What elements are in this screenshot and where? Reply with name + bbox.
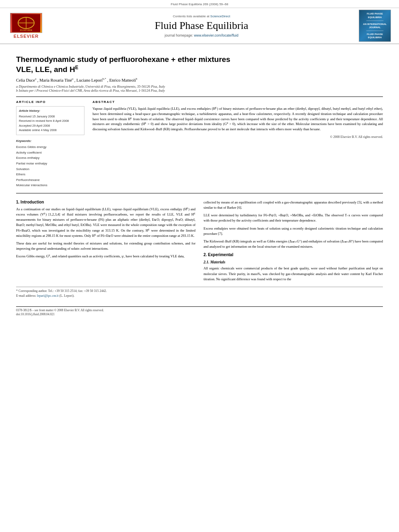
email-suffix: (L. Lepori). <box>60 294 75 298</box>
keywords-list: Excess Gibbs energy Activity coefficient… <box>16 144 84 188</box>
right-para4: The Kirkwood–Buff (KB) integrals as well… <box>204 239 383 249</box>
journal-cover-image: FLUID PHASEEQUILIBRIA──────────AN INTERN… <box>359 10 391 42</box>
article-info-abstract: ARTICLE INFO Article history: Received 1… <box>16 100 383 188</box>
right-para5-text: All organic chemicals were commercial pr… <box>204 266 383 281</box>
abstract-body: Vapour–liquid equilibria (VLE), liquid–l… <box>93 107 383 131</box>
author1: Celia Duce <box>16 78 35 82</box>
author4: , Enrico Matteoli <box>107 78 136 82</box>
corresponding-author-note: * Corresponding author. Tel.: +39 50 315… <box>16 287 383 298</box>
journal-title-section: Contents lists available at ScienceDirec… <box>44 14 359 37</box>
received-date: Received 15 January 2008 <box>19 115 55 118</box>
experimental-heading: 2. Experimental <box>204 253 383 257</box>
kw2: Activity coefficient <box>16 151 41 154</box>
author3-sup: b,* <box>103 77 106 80</box>
right-para1-text: collected by means of an equilibration c… <box>204 200 383 210</box>
affil1: a Dipartimento di Chimica e Chimica Indu… <box>16 84 383 88</box>
elsevier-logo: ELSEVIER ELSEVIER <box>8 13 44 39</box>
intro-para2: These data are useful for testing model … <box>16 241 195 251</box>
history-entries: Received 15 January 2008 Received in rev… <box>19 114 82 132</box>
cover-text: FLUID PHASEEQUILIBRIA──────────AN INTERN… <box>363 12 387 39</box>
authors-list: Celia Ducea , Maria Rosaria Tinéa , Luci… <box>16 77 383 82</box>
footer-copyright: 0378-3812/$ – see front matter © 2008 El… <box>16 308 383 313</box>
intro-heading: 1. Introduction <box>16 200 195 204</box>
revised-date: Received in revised form 8 April 2008 <box>19 119 69 123</box>
right-para5: All organic chemicals were commercial pr… <box>204 266 383 282</box>
kw6: Ethers <box>16 173 25 176</box>
history-label: Article history: <box>19 109 82 113</box>
article-title: Thermodynamic study of perfluorohexane +… <box>16 55 383 75</box>
journal-homepage: journal homepage: www.elsevier.com/locat… <box>52 33 351 37</box>
intro-para1-text: As a continuation of our studies on liqu… <box>16 207 195 238</box>
journal-banner: ELSEVIER ELSEVIER Contents lists availab… <box>0 8 399 44</box>
affiliations: a Dipartimento di Chimica e Chimica Indu… <box>16 84 383 92</box>
intro-para2-text: These data are useful for testing model … <box>16 241 195 251</box>
article-info-panel: ARTICLE INFO Article history: Received 1… <box>16 100 84 188</box>
article-title-block: Thermodynamic study of perfluorohexane +… <box>16 55 383 75</box>
divider2 <box>16 193 383 193</box>
right-para2-text: LLE were determined by turbidimetry for … <box>204 213 383 222</box>
kw3: Excess enthalpy <box>16 156 39 160</box>
keywords-box: Keywords: Excess Gibbs energy Activity c… <box>16 139 84 188</box>
kw1: Excess Gibbs energy <box>16 145 47 149</box>
journal-citation-text: Fluid Phase Equilibria 269 (2008) 59–68 <box>171 2 228 6</box>
sciencedirect-link[interactable]: ScienceDirect <box>210 14 230 18</box>
intro-para3: Excess Gibbs energy, Gᴱ, and related qua… <box>16 254 195 259</box>
article-info-heading: ARTICLE INFO <box>16 100 84 104</box>
affil2: b Istituto per i Processi Chimico-Fisici… <box>16 88 383 92</box>
corresponding-text: * Corresponding author. Tel.: +39 50 315… <box>16 289 107 293</box>
right-para4-text: The Kirkwood–Buff (KB) integrals as well… <box>204 239 383 249</box>
journal-header: Fluid Phase Equilibria 269 (2008) 59–68 … <box>0 0 399 44</box>
divider <box>16 97 383 97</box>
abstract-text: Vapour–liquid equilibria (VLE), liquid–l… <box>93 106 383 132</box>
author2: , Maria Rosaria Tiné <box>37 78 72 82</box>
page-footer: 0378-3812/$ – see front matter © 2008 El… <box>16 306 383 316</box>
right-para3: Excess enthalpies were obtained from hea… <box>204 226 383 236</box>
intro-para1: As a continuation of our studies on liqu… <box>16 207 195 238</box>
footer-doi: doi:10.1016/j.fluid.2008.04.021 <box>16 312 383 316</box>
kw5: Solvation <box>16 167 29 171</box>
left-column: 1. Introduction As a continuation of our… <box>16 200 195 284</box>
keywords-label: Keywords: <box>16 139 84 143</box>
body-content: 1. Introduction As a continuation of our… <box>16 200 383 284</box>
title-line1: Thermodynamic study of perfluorohexane +… <box>16 55 230 64</box>
author1-sup: a <box>35 77 36 80</box>
email-link[interactable]: lepari@ipc.cnr.it <box>37 294 59 298</box>
homepage-url[interactable]: www.elsevier.com/locate/fluid <box>194 33 239 37</box>
accepted-date: Accepted 29 April 2008 <box>19 124 50 127</box>
abstract-copyright: © 2008 Elsevier B.V. All rights reserved… <box>93 135 383 139</box>
sciencedirect-prefix: Contents lists available at <box>173 14 210 18</box>
author4-sup: b <box>136 77 138 80</box>
kw7: Perfluorohexane <box>16 178 40 182</box>
abstract-panel: ABSTRACT Vapour–liquid equilibria (VLE),… <box>93 100 383 188</box>
main-content: Thermodynamic study of perfluorohexane +… <box>0 44 399 302</box>
email-label: E-mail address: <box>16 294 36 298</box>
materials-heading: 2.1. Materials <box>204 260 383 264</box>
sciencedirect-notice: Contents lists available at ScienceDirec… <box>52 14 351 18</box>
author3: , Luciano Lepori <box>74 78 103 82</box>
right-para1: collected by means of an equilibration c… <box>204 200 383 210</box>
intro-para3-text: Excess Gibbs energy, Gᴱ, and related qua… <box>16 254 185 258</box>
elsevier-label: ELSEVIER <box>14 34 39 39</box>
author2-sup: a <box>72 77 73 80</box>
history-box: Article history: Received 15 January 200… <box>16 106 84 135</box>
title-superscript: E <box>75 65 78 70</box>
right-para2: LLE were determined by turbidimetry for … <box>204 213 383 223</box>
abstract-heading: ABSTRACT <box>93 100 383 104</box>
journal-citation: Fluid Phase Equilibria 269 (2008) 59–68 <box>0 2 399 6</box>
right-para3-text: Excess enthalpies were obtained from hea… <box>204 226 383 236</box>
online-date: Available online 4 May 2008 <box>19 128 57 132</box>
homepage-label: journal homepage: <box>165 33 193 37</box>
title-line2: VLE, LLE, and H <box>16 65 75 74</box>
journal-title: Fluid Phase Equilibria <box>52 20 351 32</box>
elsevier-image: ELSEVIER <box>10 13 42 33</box>
right-column: collected by means of an equilibration c… <box>204 200 383 284</box>
svg-text:ELSEVIER: ELSEVIER <box>20 29 33 31</box>
kw8: Molecular interactions <box>16 183 47 187</box>
kw4: Partial molar enthalpy <box>16 162 47 165</box>
